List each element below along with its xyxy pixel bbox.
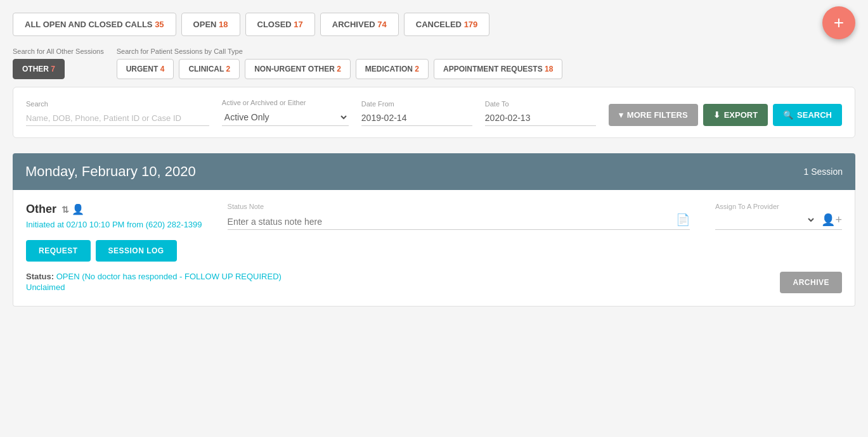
assign-provider-label: Assign To A Provider (715, 203, 842, 210)
status-note-field: Status Note 📄 (228, 203, 690, 230)
patient-group-label: Search for Patient Sessions by Call Type (117, 48, 566, 55)
filter-actions: ▾ MORE FILTERS ⬇ EXPORT 🔍 SEARCH (609, 104, 842, 126)
status-tab-closed-count: 17 (294, 20, 302, 29)
status-note-label: Status Note (228, 203, 690, 210)
status-tab-closed[interactable]: CLOSED 17 (245, 13, 315, 36)
session-info: Other ⇅ 👤 Initiated at 02/10 10:10 PM fr… (26, 203, 202, 229)
other-tab-group: Search for All Other Sessions OTHER 7 (13, 48, 104, 79)
active-filter-group: Active or Archived or Either Active Only… (222, 99, 349, 126)
person-icon: 👤 (72, 203, 84, 215)
session-top: Other ⇅ 👤 Initiated at 02/10 10:10 PM fr… (26, 203, 842, 230)
attachment-icon[interactable]: 📄 (676, 213, 690, 227)
session-icons: ⇅ 👤 (62, 203, 84, 215)
session-log-button[interactable]: SESSION LOG (96, 240, 177, 262)
search-button[interactable]: 🔍 SEARCH (773, 104, 842, 126)
search-button-label: SEARCH (797, 110, 832, 120)
date-to-group: Date To (485, 100, 596, 126)
more-filters-label: MORE FILTERS (627, 110, 688, 120)
status-tab-canceled[interactable]: CANCELED 179 (404, 13, 490, 36)
status-tab-archived-count: 74 (377, 20, 386, 29)
add-session-fab[interactable]: + (822, 6, 855, 39)
tab-other[interactable]: OTHER 7 (13, 59, 65, 79)
chevron-down-icon: ▾ (619, 110, 623, 120)
add-person-icon: 👤+ (821, 213, 842, 227)
filter-bar: Search Active or Archived or Either Acti… (13, 87, 855, 138)
status-tab-open[interactable]: OPEN 18 (181, 13, 240, 36)
tab-medication[interactable]: MEDICATION 2 (356, 59, 429, 79)
status-tab-archived[interactable]: ARCHIVED 74 (320, 13, 399, 36)
status-tab-archived-label: ARCHIVED (332, 20, 378, 29)
tab-non-urgent-label: NON-URGENT OTHER (254, 65, 337, 73)
date-from-group: Date From (361, 100, 472, 126)
tab-non-urgent-count: 2 (337, 65, 341, 73)
tab-urgent-count: 4 (160, 65, 165, 73)
tab-non-urgent-other[interactable]: NON-URGENT OTHER 2 (245, 59, 351, 79)
request-button[interactable]: REQUEST (26, 240, 91, 262)
date-header: Monday, February 10, 2020 1 Session (13, 153, 855, 190)
session-footer: Status: OPEN (No doctor has responded - … (26, 272, 842, 293)
status-tab-open-label: OPEN (193, 20, 219, 29)
tab-appointment-count: 18 (545, 65, 553, 73)
tab-clinical[interactable]: CLINICAL 2 (179, 59, 240, 79)
tab-clinical-count: 2 (226, 65, 230, 73)
search-icon: 🔍 (783, 110, 793, 120)
date-section: Monday, February 10, 2020 1 Session Othe… (13, 153, 855, 307)
status-note-input-row: 📄 (228, 213, 690, 230)
export-label: EXPORT (724, 110, 758, 120)
status-note-input[interactable] (228, 217, 671, 227)
session-card: Other ⇅ 👤 Initiated at 02/10 10:10 PM fr… (13, 190, 855, 307)
search-input[interactable] (26, 110, 209, 126)
status-tab-all[interactable]: ALL OPEN AND CLOSED CALLS 35 (13, 13, 176, 36)
tab-urgent[interactable]: URGENT 4 (117, 59, 174, 79)
initiated-time-value: 10:10 PM (89, 220, 125, 229)
status-tab-all-label: ALL OPEN AND CLOSED CALLS (25, 20, 155, 29)
session-type: Other ⇅ 👤 (26, 203, 202, 216)
call-type-tab-items: URGENT 4 CLINICAL 2 NON-URGENT OTHER 2 M… (117, 59, 566, 79)
status-tab-open-count: 18 (219, 20, 228, 29)
date-to-input[interactable] (485, 110, 596, 126)
session-actions: REQUEST SESSION LOG (26, 240, 842, 262)
tab-other-count: 7 (51, 65, 55, 73)
status-tab-closed-label: CLOSED (257, 20, 294, 29)
export-button[interactable]: ⬇ EXPORT (703, 104, 768, 126)
date-to-label: Date To (485, 100, 596, 108)
date-from-input[interactable] (361, 110, 472, 126)
tab-urgent-label: URGENT (126, 65, 160, 73)
other-tab-items: OTHER 7 (13, 59, 104, 79)
active-label: Active or Archived or Either (222, 99, 349, 106)
download-icon: ⬇ (713, 110, 720, 120)
status-tab-canceled-count: 179 (464, 20, 478, 29)
unclaimed-label: Unclaimed (26, 282, 282, 292)
patient-tab-group: Search for Patient Sessions by Call Type… (117, 48, 566, 79)
assign-provider-select[interactable] (715, 214, 816, 225)
session-initiated: Initiated at 02/10 10:10 PM from (620) 2… (26, 220, 202, 229)
assign-provider-field: Assign To A Provider 👤+ (715, 203, 842, 230)
tab-appointment-requests[interactable]: APPOINTMENT REQUESTS 18 (434, 59, 562, 79)
status-label: Status: (26, 272, 54, 281)
other-group-label: Search for All Other Sessions (13, 48, 104, 55)
tab-other-label: OTHER (22, 65, 51, 73)
session-type-label: Other (26, 203, 56, 216)
date-header-title: Monday, February 10, 2020 (25, 163, 196, 180)
session-count: 1 Session (804, 167, 843, 177)
initiated-from-value: from (620) 282-1399 (127, 220, 202, 229)
search-label: Search (26, 100, 209, 108)
more-filters-button[interactable]: ▾ MORE FILTERS (609, 104, 698, 126)
tab-medication-count: 2 (415, 65, 419, 73)
assign-provider-row: 👤+ (715, 213, 842, 230)
tab-appointment-label: APPOINTMENT REQUESTS (443, 65, 545, 73)
status-tabs-row: ALL OPEN AND CLOSED CALLS 35 OPEN 18 CLO… (13, 13, 855, 36)
tab-medication-label: MEDICATION (365, 65, 415, 73)
status-value: OPEN (No doctor has responded - FOLLOW U… (56, 272, 282, 281)
archive-button[interactable]: ARCHIVE (780, 272, 842, 293)
transfer-icon: ⇅ (62, 205, 69, 215)
status-tab-all-count: 35 (155, 20, 164, 29)
tab-clinical-label: CLINICAL (188, 65, 226, 73)
active-select[interactable]: Active Only Archived Only Either (222, 109, 349, 126)
status-tab-canceled-label: CANCELED (416, 20, 464, 29)
search-field-group: Search (26, 100, 209, 126)
session-status-text: Status: OPEN (No doctor has responded - … (26, 272, 282, 292)
initiated-text: Initiated at 02/10 (26, 220, 87, 229)
date-from-label: Date From (361, 100, 472, 108)
call-type-tabs-container: Search for All Other Sessions OTHER 7 Se… (13, 48, 855, 79)
